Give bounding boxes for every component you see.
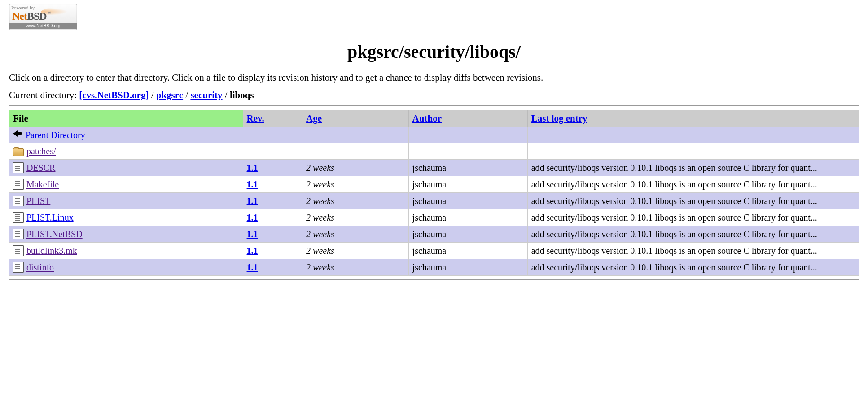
author-cell (408, 143, 527, 160)
rev-cell: 1.1 (243, 176, 302, 193)
file-link[interactable]: Parent Directory (26, 130, 85, 140)
rev-cell: 1.1 (243, 160, 302, 176)
file-cell: Makefile (9, 176, 243, 193)
logo-url-text: www.NetBSD.org (9, 23, 77, 29)
author-cell: jschauma (408, 243, 527, 259)
file-listing-table: File Rev. Age Author Last log entry Pare… (9, 110, 859, 276)
table-row: distinfo1.12 weeksjschaumaadd security/l… (9, 259, 859, 276)
rev-link[interactable]: 1.1 (247, 163, 258, 173)
intro-text: Click on a directory to enter that direc… (9, 72, 859, 83)
file-link[interactable]: DESCR (26, 163, 55, 173)
age-cell: 2 weeks (302, 243, 409, 259)
table-row: PLIST.NetBSD1.12 weeksjschaumaadd securi… (9, 226, 859, 243)
table-row: Parent Directory (9, 127, 859, 143)
author-cell: jschauma (408, 160, 527, 176)
rev-link[interactable]: 1.1 (247, 229, 258, 239)
file-cell: Parent Directory (9, 127, 243, 143)
rev-link[interactable]: 1.1 (247, 262, 258, 272)
log-cell: add security/liboqs version 0.10.1 liboq… (527, 226, 859, 243)
breadcrumb-sep: / (225, 90, 230, 100)
col-header-age[interactable]: Age (302, 110, 409, 127)
file-cell: DESCR (9, 160, 243, 176)
age-cell: 2 weeks (302, 259, 409, 276)
file-link[interactable]: Makefile (26, 179, 59, 190)
breadcrumb-security-link[interactable]: security (190, 90, 222, 100)
rev-cell (243, 127, 302, 143)
divider (9, 105, 859, 106)
breadcrumb-current: liboqs (230, 90, 254, 100)
col-header-log-link[interactable]: Last log entry (531, 113, 587, 124)
author-cell: jschauma (408, 209, 527, 226)
log-cell: add security/liboqs version 0.10.1 liboq… (527, 176, 859, 193)
age-cell: 2 weeks (302, 209, 409, 226)
file-cell: distinfo (9, 259, 243, 276)
table-header-row: File Rev. Age Author Last log entry (9, 110, 859, 127)
rev-link[interactable]: 1.1 (247, 246, 258, 256)
author-cell: jschauma (408, 259, 527, 276)
file-link[interactable]: buildlink3.mk (26, 246, 77, 256)
back-arrow-icon (13, 130, 23, 140)
rev-cell: 1.1 (243, 209, 302, 226)
rev-link[interactable]: 1.1 (247, 196, 258, 206)
age-cell (302, 127, 409, 143)
breadcrumb-sep: / (185, 90, 190, 100)
table-row: patches/ (9, 143, 859, 160)
netbsd-logo[interactable]: Powered by NetBSD® www.NetBSD.org (9, 22, 77, 33)
table-row: Makefile1.12 weeksjschaumaadd security/l… (9, 176, 859, 193)
table-row: DESCR1.12 weeksjschaumaadd security/libo… (9, 160, 859, 176)
rev-cell (243, 143, 302, 160)
author-cell: jschauma (408, 176, 527, 193)
age-cell (302, 143, 409, 160)
file-icon (13, 196, 24, 206)
file-link[interactable]: patches/ (26, 146, 56, 157)
age-cell: 2 weeks (302, 193, 409, 209)
file-icon (13, 262, 24, 273)
age-cell: 2 weeks (302, 160, 409, 176)
log-cell: add security/liboqs version 0.10.1 liboq… (527, 193, 859, 209)
file-link[interactable]: PLIST (26, 196, 50, 206)
divider (9, 279, 859, 280)
rev-link[interactable]: 1.1 (247, 213, 258, 222)
file-icon (13, 179, 24, 190)
author-cell (408, 127, 527, 143)
col-header-age-link[interactable]: Age (306, 113, 322, 124)
file-icon (13, 162, 24, 173)
author-cell: jschauma (408, 226, 527, 243)
rev-cell: 1.1 (243, 243, 302, 259)
table-row: PLIST.Linux1.12 weeksjschaumaadd securit… (9, 209, 859, 226)
file-link[interactable]: PLIST.Linux (26, 213, 74, 223)
col-header-rev-link[interactable]: Rev. (247, 113, 264, 124)
log-cell: add security/liboqs version 0.10.1 liboq… (527, 259, 859, 276)
file-icon (13, 229, 24, 239)
file-cell: PLIST.NetBSD (9, 226, 243, 243)
file-cell: patches/ (9, 143, 243, 160)
table-row: PLIST1.12 weeksjschaumaadd security/libo… (9, 193, 859, 209)
log-cell: add security/liboqs version 0.10.1 liboq… (527, 209, 859, 226)
col-header-author[interactable]: Author (408, 110, 527, 127)
col-header-file[interactable]: File (9, 110, 243, 127)
rev-link[interactable]: 1.1 (247, 179, 258, 189)
breadcrumb-prefix: Current directory: (9, 90, 79, 100)
logo-wordmark: NetBSD® (12, 10, 50, 22)
breadcrumb-root-link[interactable]: [cvs.NetBSD.org] (79, 90, 149, 100)
rev-cell: 1.1 (243, 259, 302, 276)
col-header-author-link[interactable]: Author (412, 113, 442, 124)
file-link[interactable]: distinfo (26, 262, 54, 273)
rev-cell: 1.1 (243, 226, 302, 243)
breadcrumb-sep: / (151, 90, 156, 100)
log-cell (527, 143, 859, 160)
logo-powered-text: Powered by (11, 5, 35, 10)
log-cell: add security/liboqs version 0.10.1 liboq… (527, 160, 859, 176)
breadcrumb: Current directory: [cvs.NetBSD.org] / pk… (9, 90, 859, 101)
file-cell: PLIST.Linux (9, 209, 243, 226)
age-cell: 2 weeks (302, 226, 409, 243)
col-header-rev[interactable]: Rev. (243, 110, 302, 127)
rev-cell: 1.1 (243, 193, 302, 209)
log-cell: add security/liboqs version 0.10.1 liboq… (527, 243, 859, 259)
col-header-log[interactable]: Last log entry (527, 110, 859, 127)
file-icon (13, 245, 24, 256)
breadcrumb-pkgsrc-link[interactable]: pkgsrc (156, 90, 183, 100)
file-link[interactable]: PLIST.NetBSD (26, 229, 83, 239)
file-icon (13, 212, 24, 223)
table-row: buildlink3.mk1.12 weeksjschaumaadd secur… (9, 243, 859, 259)
